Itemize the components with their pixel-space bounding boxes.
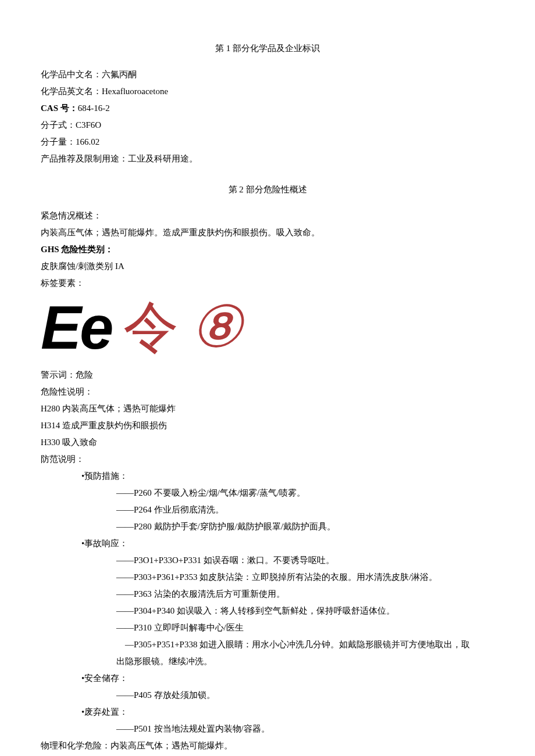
signal-label: 警示词： [41,370,76,379]
p501: ——P501 按当地法规处置内装物/容器。 [41,721,494,737]
h330: H330 吸入致命 [41,435,494,450]
p304: ——P304+P340 如误吸入：将人转移到空气新鲜处，保持呼吸舒适体位。 [41,603,494,619]
p280: ——P280 戴防护手套/穿防护服/戴防护眼罩/戴防护面具。 [41,519,494,535]
ghs-label: GHS 危险性类别： [41,242,494,257]
p301: ——P3O1+P33O+P331 如误吞咽：漱口。不要诱导呕吐。 [41,553,494,568]
prevention-title: •预防措施： [41,468,494,484]
label-elements: 标签要素： [41,275,494,291]
use-value: 工业及科研用途。 [128,154,198,163]
p405: ——P405 存放处须加锁。 [41,687,494,703]
emergency-label: 紧急情况概述： [41,208,494,224]
p305a: —P305+P351+P338 如进入眼睛：用水小心冲洗几分钟。如戴隐形眼镜并可… [41,637,494,653]
en-name-label: 化学品英文名： [41,87,102,96]
physchem-row: 物理和化学危险：内装高压气体；遇热可能爆炸。 [41,738,494,754]
pictogram-row: Ee 令 ⑧ [41,297,494,358]
use-row: 产品推荐及限制用途：工业及科研用途。 [41,151,494,167]
p264: ——P264 作业后彻底清洗。 [41,502,494,518]
use-label: 产品推荐及限制用途： [41,154,128,163]
physchem-label: 物理和化学危险： [41,741,110,750]
signal-value: 危险 [76,370,93,379]
h314: H314 造成严重皮肤灼伤和眼损伤 [41,418,494,433]
emergency-value: 内装高压气体；遇热可能爆炸。造成严重皮肤灼伤和眼损伤。吸入致命。 [41,225,494,241]
cn-name-value: 六氟丙酮 [102,70,137,79]
p305b: 出隐形眼镜。继续冲洗。 [41,654,494,669]
formula-row: 分子式：C3F6O [41,117,494,133]
p260: ——P260 不要吸入粉尘/烟/气体/烟雾/蒸气/啧雾。 [41,485,494,501]
en-name-row: 化学品英文名：Hexafluoroacetone [41,84,494,99]
storage-title: •安全储存： [41,671,494,686]
section1-title: 第 1 部分化学品及企业标识 [41,41,494,56]
hazard-label: 危险性说明： [41,384,494,400]
pictogram-circled8-icon: ⑧ [190,299,242,357]
response-title: •事故响应： [41,536,494,551]
pictogram-ee-icon: Ee [41,297,112,358]
pictogram-ling-icon: 令 [123,300,179,355]
physchem-value: 内装高压气体；遇热可能爆炸。 [110,741,233,750]
cas-row: CAS 号：684-16-2 [41,101,494,116]
p363: ——P363 沾染的衣服清洗后方可重新使用。 [41,586,494,602]
formula-value: C3F6O [76,120,101,130]
ghs-skin: 皮肤腐蚀/刺激类别 IA [41,259,494,274]
cas-value: 684-16-2 [78,103,110,113]
disposal-title: •废弃处置： [41,704,494,720]
precaution-label: 防范说明： [41,452,494,467]
signal-row: 警示词：危险 [41,367,494,383]
section2-title: 第 2 部分危险性概述 [41,182,494,198]
mw-label: 分子量： [41,137,76,146]
cn-name-row: 化学品中文名：六氟丙酮 [41,67,494,83]
en-name-value: Hexafluoroacetone [102,87,168,96]
p310: ——P310 立即呼叫解毒中心/医生 [41,620,494,636]
cas-label: CAS 号： [41,103,78,113]
mw-value: 166.02 [76,137,99,146]
cn-name-label: 化学品中文名： [41,70,102,79]
formula-label: 分子式： [41,120,76,130]
h280: H280 内装高压气体；遇热可能爆炸 [41,401,494,417]
mw-row: 分子量：166.02 [41,134,494,150]
p303: ——P303+P361+P353 如皮肤沾染：立即脱掉所有沾染的衣服。用水清洗皮… [41,569,494,585]
